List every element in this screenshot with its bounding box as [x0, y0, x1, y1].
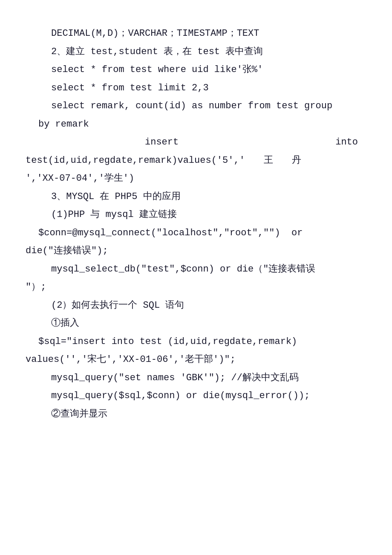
line-conn: $conn=@mysql_connect("localhost","root",…: [26, 225, 366, 242]
line-query-display: ②查询并显示: [26, 406, 366, 423]
line-mysql-query-sql: mysql_query($sql,$conn) or die(mysql_err…: [26, 388, 366, 405]
line-2-intro: 2、建立 test,student 表，在 test 表中查询: [26, 44, 366, 61]
line-test-values2: ','XX-07-04','学生'): [26, 171, 366, 187]
line-decimal: DECIMAL(M,D)；VARCHAR；TIMESTAMP；TEXT: [26, 26, 366, 42]
main-content: DECIMAL(M,D)；VARCHAR；TIMESTAMP；TEXT 2、建立…: [26, 26, 366, 422]
line-1-php: (1)PHP 与 mysql 建立链接: [26, 207, 366, 223]
line-die-conn: die("连接错误");: [26, 243, 366, 260]
line-2-how: (2）如何去执行一个 SQL 语句: [26, 298, 366, 314]
line-insert-circle: ①插入: [26, 315, 366, 332]
line-3-mysql: 3、MYSQL 在 PHP5 中的应用: [26, 189, 366, 205]
line-by-remark: by remark: [26, 116, 366, 133]
line-select-limit: select * from test limit 2,3: [26, 80, 366, 97]
line-mysql-select-db: mysql_select_db("test",$conn) or die（"连接…: [26, 261, 366, 278]
line-select-group: select remark, count(id) as number from …: [26, 98, 366, 115]
line-mysql-query-names: mysql_query("set names 'GBK'"); //解决中文乱码: [26, 370, 366, 387]
line-die-table: "）;: [26, 279, 366, 296]
line-insert-into: insert into: [26, 134, 366, 151]
into-keyword: into: [335, 134, 366, 151]
line-test-values: test(id,uid,regdate,remark)values('5',' …: [26, 153, 366, 169]
line-select-like: select * from test where uid like'张%': [26, 62, 366, 78]
line-sql-values: values('','宋七','XX-01-06','老干部')";: [26, 352, 366, 368]
insert-keyword: insert: [26, 134, 179, 151]
line-sql-insert: $sql="insert into test (id,uid,regdate,r…: [26, 334, 366, 350]
